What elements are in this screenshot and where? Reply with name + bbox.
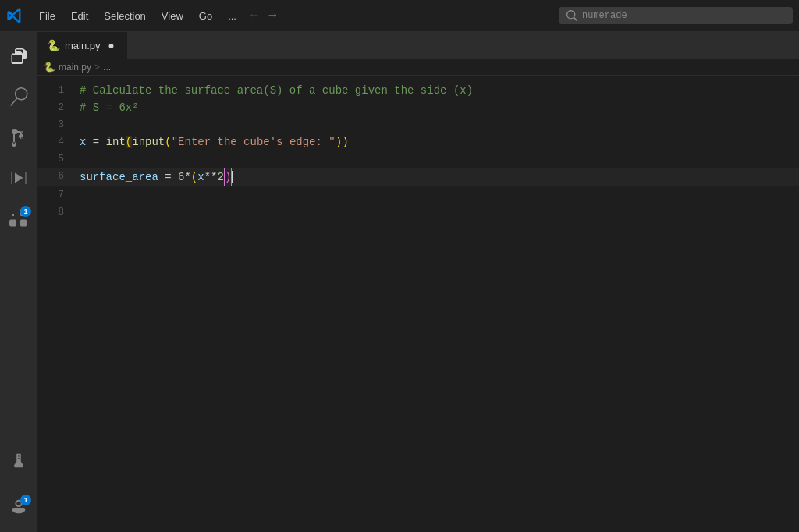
vscode-logo-icon (6, 7, 23, 24)
line-num-2: 2 (37, 99, 76, 116)
line-num-7: 7 (37, 186, 76, 204)
line-num-6: 6 (37, 168, 76, 186)
line-content-1: # Calculate the surface area(S) of a cub… (76, 82, 799, 99)
activity-explorer-icon[interactable] (0, 37, 37, 75)
code-line-7: 7 (37, 186, 799, 204)
line-num-4: 4 (37, 133, 76, 151)
main-layout: 1 1 🐍 main.py ● 🐍 (0, 31, 799, 532)
menu-edit[interactable]: Edit (65, 7, 94, 25)
menu-more[interactable]: ... (222, 7, 243, 25)
code-line-5: 5 (37, 151, 799, 168)
line-content-6: surface_area = 6*(x**2) (76, 168, 799, 186)
breadcrumb-extra[interactable]: ... (103, 62, 111, 73)
line-content-3 (76, 116, 799, 133)
account-badge: 1 (20, 495, 31, 505)
activity-flask-icon[interactable] (0, 442, 37, 479)
code-line-3: 3 (37, 116, 799, 133)
tab-main-py[interactable]: 🐍 main.py ● (37, 31, 128, 59)
tab-filename: main.py (65, 40, 101, 51)
breadcrumb-sep: > (94, 62, 100, 73)
breadcrumb: 🐍 main.py > ... (37, 59, 799, 76)
line-content-2: # S = 6x² (76, 99, 799, 116)
nav-arrows: ← → (246, 5, 281, 26)
line-num-5: 5 (37, 151, 76, 168)
line-num-3: 3 (37, 116, 76, 133)
line-num-1: 1 (37, 82, 76, 99)
code-line-2: 2 # S = 6x² (37, 99, 799, 116)
activity-bar: 1 1 (0, 31, 37, 532)
line-content-5 (76, 151, 799, 168)
tab-bar: 🐍 main.py ● (37, 31, 799, 59)
tab-python-icon: 🐍 (47, 39, 60, 51)
search-icon (566, 10, 577, 21)
menu-view[interactable]: View (155, 7, 190, 25)
line-content-4: x = int(input("Enter the cube's edge: ")… (76, 133, 799, 151)
line-content-8 (76, 204, 799, 221)
activity-account-icon[interactable]: 1 (0, 488, 37, 526)
activity-search-icon[interactable] (0, 78, 37, 115)
search-bar (559, 7, 793, 24)
titlebar: File Edit Selection View Go ... ← → (0, 0, 799, 31)
extensions-badge: 1 (20, 206, 31, 217)
breadcrumb-file[interactable]: main.py (59, 62, 91, 73)
code-line-8: 8 (37, 204, 799, 221)
nav-forward-button[interactable]: → (265, 5, 282, 26)
nav-back-button[interactable]: ← (246, 5, 263, 26)
menu-go[interactable]: Go (193, 7, 218, 25)
activity-source-control-icon[interactable] (0, 119, 37, 156)
activity-run-icon[interactable] (0, 159, 37, 197)
breadcrumb-file-icon: 🐍 (44, 62, 55, 73)
code-line-1: 1 # Calculate the surface area(S) of a c… (37, 82, 799, 99)
line-content-7 (76, 186, 799, 204)
activity-extensions-icon[interactable]: 1 (0, 200, 37, 237)
line-num-8: 8 (37, 204, 76, 221)
code-editor[interactable]: 1 # Calculate the surface area(S) of a c… (37, 76, 799, 532)
editor-area: 🐍 main.py ● 🐍 main.py > ... 1 # Calculat… (37, 31, 799, 532)
search-input[interactable] (582, 10, 738, 21)
code-line-4: 4 x = int(input("Enter the cube's edge: … (37, 133, 799, 151)
menu-file[interactable]: File (33, 7, 62, 25)
code-line-6: 6 surface_area = 6*(x**2) (37, 168, 799, 186)
tab-close-button[interactable]: ● (105, 39, 118, 51)
menu-selection[interactable]: Selection (98, 7, 151, 25)
